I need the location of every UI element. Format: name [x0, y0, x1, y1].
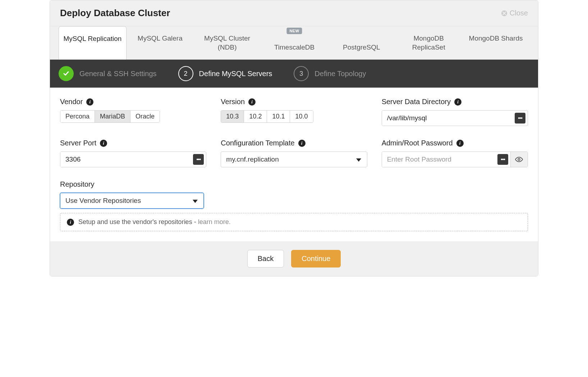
repository-label: Repository	[60, 180, 95, 188]
version-option-102[interactable]: 10.2	[244, 111, 267, 122]
vendor-option-oracle[interactable]: Oracle	[130, 111, 160, 122]
config-template-group: Configuration Template i my.cnf.replicat…	[221, 139, 367, 167]
continue-button[interactable]: Continue	[291, 250, 341, 267]
version-option-101[interactable]: 10.1	[267, 111, 290, 122]
data-directory-group: Server Data Directory i •••	[382, 98, 528, 126]
learn-more-link[interactable]: learn more.	[198, 218, 231, 225]
vendor-tabs: MySQL Replication MySQL Galera MySQL Clu…	[50, 26, 538, 60]
info-icon[interactable]: i	[454, 98, 461, 106]
ellipsis-icon[interactable]: •••	[497, 154, 508, 165]
help-text: Setup and use the vendor's repositories …	[78, 218, 198, 225]
step-number-icon: 2	[178, 66, 193, 81]
close-icon	[501, 10, 507, 17]
version-group: Version i 10.3 10.2 10.1 10.0	[221, 98, 367, 126]
root-password-label: Admin/Root Password	[382, 139, 453, 147]
vendor-option-percona[interactable]: Percona	[60, 111, 95, 122]
form-body: Vendor i Percona MariaDB Oracle Version …	[50, 88, 538, 241]
root-password-group: Admin/Root Password i •••	[382, 139, 528, 167]
close-label: Close	[510, 9, 528, 17]
tab-postgresql[interactable]: PostgreSQL	[328, 26, 395, 60]
server-port-input[interactable]	[60, 152, 191, 167]
wizard-step-general[interactable]: General & SSH Settings	[59, 66, 157, 81]
modal-footer: Back Continue	[50, 241, 538, 276]
modal-title: Deploy Database Cluster	[60, 8, 170, 19]
tab-mysql-replication[interactable]: MySQL Replication	[59, 26, 127, 60]
eye-icon[interactable]	[510, 152, 528, 167]
repository-group: Repository Use Vendor Repositories	[60, 180, 204, 209]
tab-mysql-cluster-ndb[interactable]: MySQL Cluster (NDB)	[194, 26, 261, 60]
deploy-cluster-modal: Deploy Database Cluster Close MySQL Repl…	[50, 0, 538, 276]
wizard-step-define-servers[interactable]: 2 Define MySQL Servers	[178, 66, 272, 81]
info-icon[interactable]: i	[100, 140, 107, 147]
info-icon: i	[67, 219, 74, 226]
data-directory-label: Server Data Directory	[382, 98, 451, 106]
info-icon[interactable]: i	[248, 98, 256, 106]
info-icon[interactable]: i	[456, 140, 464, 147]
root-password-input[interactable]	[382, 152, 495, 167]
info-icon[interactable]: i	[298, 140, 306, 147]
check-icon	[59, 66, 74, 81]
repository-select[interactable]: Use Vendor Repositories	[60, 193, 204, 209]
config-template-label: Configuration Template	[221, 139, 294, 147]
ellipsis-icon[interactable]: •••	[515, 113, 525, 124]
server-port-group: Server Port i •••	[60, 139, 206, 167]
version-option-100[interactable]: 10.0	[290, 111, 313, 122]
back-button[interactable]: Back	[247, 250, 284, 267]
data-directory-input[interactable]	[382, 111, 513, 126]
tab-mongodb-shards[interactable]: MongoDB Shards	[462, 26, 529, 60]
info-icon[interactable]: i	[86, 98, 93, 106]
vendor-label: Vendor	[60, 98, 83, 106]
wizard-step-define-topology[interactable]: 3 Define Topology	[294, 66, 366, 81]
version-label: Version	[221, 98, 245, 106]
vendor-group: Vendor i Percona MariaDB Oracle	[60, 98, 206, 126]
close-button[interactable]: Close	[501, 9, 528, 17]
version-buttons: 10.3 10.2 10.1 10.0	[221, 110, 313, 123]
modal-header: Deploy Database Cluster Close	[50, 0, 538, 26]
new-badge: NEW	[286, 28, 302, 34]
server-port-label: Server Port	[60, 139, 96, 147]
ellipsis-icon[interactable]: •••	[193, 154, 204, 165]
tab-mysql-galera[interactable]: MySQL Galera	[127, 26, 194, 60]
step-number-icon: 3	[294, 66, 309, 81]
config-template-select[interactable]: my.cnf.replication	[221, 152, 367, 167]
repository-help: i Setup and use the vendor's repositorie…	[60, 213, 528, 231]
svg-point-1	[518, 159, 520, 161]
version-option-103[interactable]: 10.3	[221, 111, 244, 122]
wizard-steps: General & SSH Settings 2 Define MySQL Se…	[50, 60, 538, 88]
tab-timescaledb[interactable]: NEW TimescaleDB	[261, 26, 328, 60]
vendor-option-mariadb[interactable]: MariaDB	[95, 111, 130, 122]
tab-mongodb-replicaset[interactable]: MongoDB ReplicaSet	[395, 26, 462, 60]
vendor-buttons: Percona MariaDB Oracle	[60, 110, 160, 123]
